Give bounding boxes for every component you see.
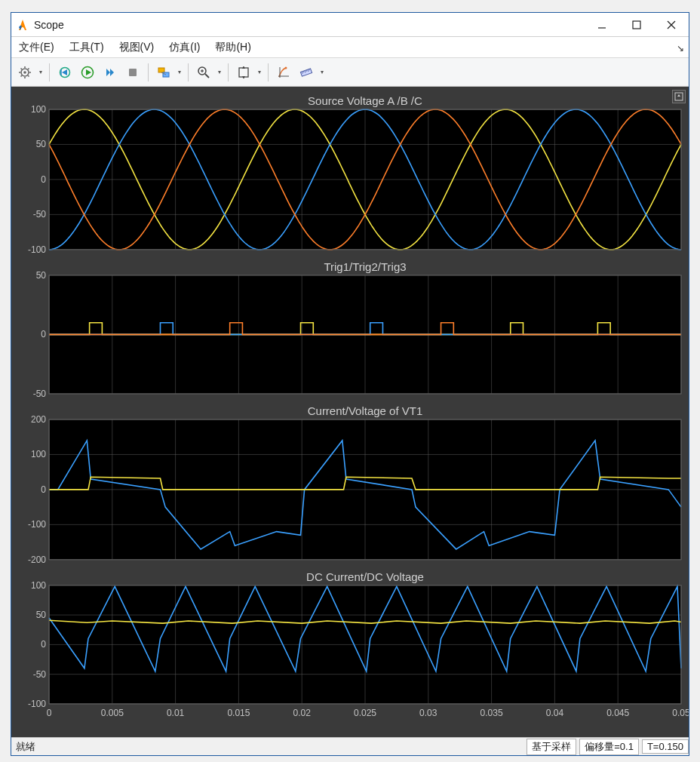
svg-text:DC Current/DC Voltage: DC Current/DC Voltage <box>306 570 424 583</box>
svg-text:0: 0 <box>41 484 46 495</box>
play-icon <box>81 66 94 79</box>
step-forward-icon <box>103 66 117 79</box>
cursor-measure-button[interactable] <box>273 62 294 83</box>
toolbar-separator <box>188 63 189 81</box>
svg-point-6 <box>23 71 26 74</box>
svg-marker-16 <box>62 69 67 75</box>
zoom-in-icon <box>197 66 210 79</box>
fit-to-view-button[interactable] <box>233 62 254 83</box>
svg-rect-23 <box>158 68 164 72</box>
menu-help[interactable]: 帮助(H) <box>212 39 253 56</box>
expand-icon <box>674 92 683 101</box>
svg-text:-50: -50 <box>33 669 47 680</box>
svg-marker-21 <box>110 69 114 76</box>
menu-file[interactable]: 文件(E) <box>16 39 57 56</box>
toolbar-separator <box>268 63 269 81</box>
svg-text:50: 50 <box>36 270 47 281</box>
svg-text:0.03: 0.03 <box>419 708 438 718</box>
svg-text:-100: -100 <box>28 699 46 709</box>
svg-text:-100: -100 <box>28 244 46 255</box>
svg-line-11 <box>21 68 23 69</box>
close-button[interactable] <box>654 13 689 37</box>
svg-text:-50: -50 <box>33 209 47 220</box>
config-dropdown[interactable]: ▾ <box>37 62 45 83</box>
svg-text:0: 0 <box>47 708 52 718</box>
svg-rect-30 <box>239 68 248 77</box>
svg-text:Source Voltage A /B /C: Source Voltage A /B /C <box>308 94 422 107</box>
status-time: T=0.150 <box>642 739 689 754</box>
stop-icon <box>126 66 140 79</box>
svg-rect-2 <box>633 21 640 29</box>
ruler-icon <box>299 66 313 79</box>
zoom-dropdown[interactable]: ▾ <box>216 62 223 83</box>
svg-line-12 <box>28 75 29 77</box>
ruler-dropdown[interactable]: ▾ <box>318 62 326 83</box>
svg-text:100: 100 <box>31 104 46 115</box>
menubar: 文件(E) 工具(T) 视图(V) 仿真(I) 帮助(H) ↘ <box>11 37 689 58</box>
svg-text:-100: -100 <box>28 519 46 530</box>
highlight-button[interactable] <box>153 62 174 83</box>
svg-rect-22 <box>129 69 137 76</box>
maximize-icon <box>632 20 641 29</box>
svg-text:0.02: 0.02 <box>293 708 312 718</box>
svg-text:-200: -200 <box>28 555 46 565</box>
svg-text:0.01: 0.01 <box>167 708 185 718</box>
status-offset: 偏移量=0.1 <box>579 739 639 755</box>
toolbar-separator <box>228 63 229 81</box>
ruler-button[interactable] <box>296 62 317 83</box>
window-controls <box>585 13 689 36</box>
scope-area[interactable]: Source Voltage A /B /C-100-50050100Trig1… <box>11 87 689 737</box>
statusbar: 就绪 基于采样 偏移量=0.1 T=0.150 <box>11 737 689 755</box>
matlab-icon <box>16 18 29 32</box>
svg-line-13 <box>28 68 29 69</box>
svg-text:0.005: 0.005 <box>101 708 124 718</box>
scope-plot: Source Voltage A /B /C-100-50050100Trig1… <box>11 87 689 721</box>
menu-tools[interactable]: 工具(T) <box>66 39 107 56</box>
maximize-button[interactable] <box>619 13 654 37</box>
svg-text:0.025: 0.025 <box>354 708 376 718</box>
titlebar: Scope <box>11 13 689 37</box>
svg-text:0.05: 0.05 <box>672 708 689 718</box>
svg-line-14 <box>21 75 23 77</box>
svg-text:0.04: 0.04 <box>546 708 564 718</box>
svg-text:0.045: 0.045 <box>606 708 629 718</box>
toolbar-separator <box>49 63 50 81</box>
svg-marker-20 <box>106 69 110 76</box>
svg-text:200: 200 <box>31 414 46 425</box>
svg-text:50: 50 <box>36 139 47 149</box>
gear-icon <box>18 66 32 79</box>
svg-text:Trig1/Trig2/Trig3: Trig1/Trig2/Trig3 <box>324 260 406 273</box>
help-dropdown-icon[interactable]: ↘ <box>677 43 684 54</box>
svg-text:Current/Voltage of VT1: Current/Voltage of VT1 <box>308 404 423 417</box>
zoom-button[interactable] <box>193 62 214 83</box>
fit-dropdown[interactable]: ▾ <box>256 62 263 83</box>
svg-text:0: 0 <box>41 639 46 650</box>
minimize-button[interactable] <box>585 13 619 37</box>
svg-text:0: 0 <box>41 329 46 340</box>
highlight-icon <box>157 66 170 79</box>
maximize-axes-button[interactable] <box>672 90 686 103</box>
step-back-button[interactable] <box>54 62 75 83</box>
highlight-dropdown[interactable]: ▾ <box>176 62 183 83</box>
toolbar-separator <box>148 63 149 81</box>
stop-button[interactable] <box>122 62 143 83</box>
svg-marker-19 <box>86 69 91 75</box>
menu-view[interactable]: 视图(V) <box>116 39 158 56</box>
svg-text:100: 100 <box>31 449 46 459</box>
svg-line-27 <box>205 74 209 78</box>
config-button[interactable] <box>14 62 35 83</box>
close-icon <box>667 20 676 29</box>
run-button[interactable] <box>77 62 98 83</box>
menu-simulation[interactable]: 仿真(I) <box>166 39 203 56</box>
status-ready: 就绪 <box>11 740 523 754</box>
svg-point-35 <box>285 66 287 69</box>
fit-icon <box>237 66 250 79</box>
svg-text:100: 100 <box>31 580 46 591</box>
status-sampled: 基于采样 <box>527 739 576 755</box>
svg-text:0: 0 <box>41 174 46 185</box>
step-forward-button[interactable] <box>100 62 121 83</box>
scope-window: Scope 文件(E) 工具(T) 视图(V) 仿真(I) 帮助(H) ↘ ▾ <box>11 12 689 756</box>
svg-marker-46 <box>677 94 680 97</box>
minimize-icon <box>597 20 606 29</box>
step-back-icon <box>58 66 72 79</box>
